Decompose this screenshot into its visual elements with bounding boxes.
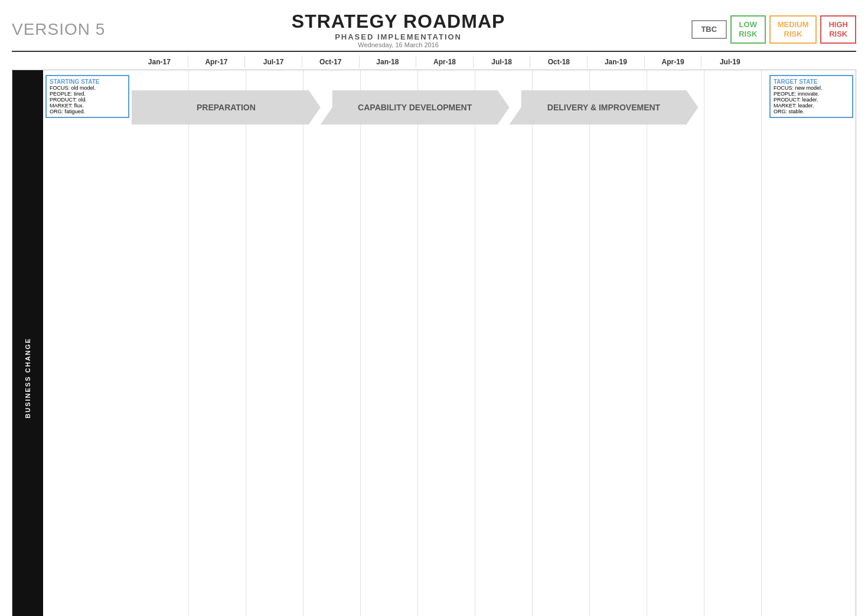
business-change-section: BUSINESS CHANGE STARTING STATE FOCUS: ol…	[12, 70, 856, 616]
risk-badge-high: HIGHRISK	[820, 15, 856, 43]
date-label: Wednesday, 16 March 2016	[292, 41, 505, 48]
biz-grid	[132, 70, 761, 616]
tl-jan19: Jan-19	[587, 55, 644, 68]
title-block: STRATEGY ROADMAP PHASED IMPLEMENTATION W…	[292, 11, 505, 48]
target-line-5: ORG: stable.	[774, 109, 849, 114]
cap-dev-chevron: CAPABILITY DEVELOPMENT	[321, 90, 510, 124]
tl-jul17: Jul-17	[244, 55, 302, 68]
sections-wrapper: BUSINESS CHANGE STARTING STATE FOCUS: ol…	[12, 70, 856, 616]
tl-apr19: Apr-19	[644, 55, 701, 68]
target-line-4: MARKET: leader.	[774, 103, 849, 109]
starting-line-3: PRODUCT: old.	[50, 97, 125, 103]
timeline-spacer	[12, 55, 131, 68]
starting-line-4: MARKET: flux.	[50, 103, 125, 109]
risk-badge-medium: MEDIUMRISK	[769, 15, 817, 43]
timeline-cols: Jan-17 Apr-17 Jul-17 Oct-17 Jan-18 Apr-1…	[131, 55, 758, 68]
notes-spacer	[758, 55, 856, 68]
prep-chevron: PREPARATION	[132, 90, 321, 124]
delivery-imp-chevron: DELIVERY & IMPROVEMENT	[510, 90, 699, 124]
tl-jan18: Jan-18	[359, 55, 416, 68]
target-line-3: PRODUCT: leader.	[774, 97, 849, 103]
timeline-header: Jan-17 Apr-17 Jul-17 Oct-17 Jan-18 Apr-1…	[12, 55, 856, 68]
risk-badge-low: LOWRISK	[730, 15, 766, 43]
tl-apr17: Apr-17	[188, 55, 245, 68]
header-divider	[12, 51, 856, 52]
biz-vert-label: BUSINESS CHANGE	[12, 70, 43, 616]
tl-jul18: Jul-18	[473, 55, 530, 68]
page: VERSION 5 STRATEGY ROADMAP PHASED IMPLEM…	[0, 0, 868, 616]
biz-target-col: TARGET STATE FOCUS: new model. PEOPLE: i…	[761, 70, 856, 616]
risk-badge-tbc: TBC	[691, 20, 727, 39]
risk-badges: TBC LOWRISK MEDIUMRISK HIGHRISK	[691, 15, 856, 43]
tl-jan17: Jan-17	[131, 55, 188, 68]
starting-state-box: STARTING STATE FOCUS: old model. PEOPLE:…	[45, 75, 129, 118]
tl-apr18: Apr-18	[416, 55, 473, 68]
tl-oct18: Oct-18	[530, 55, 587, 68]
biz-bars-area: PREPARATION CAPABILITY DEVELOPMENT DELIV…	[132, 70, 761, 616]
target-line-1: FOCUS: new model.	[774, 85, 849, 91]
tl-jul19: Jul-19	[701, 55, 758, 68]
biz-label-col: STARTING STATE FOCUS: old model. PEOPLE:…	[43, 70, 132, 616]
target-state-box: TARGET STATE FOCUS: new model. PEOPLE: i…	[769, 75, 853, 118]
header: VERSION 5 STRATEGY ROADMAP PHASED IMPLEM…	[12, 11, 856, 48]
tl-oct17: Oct-17	[302, 55, 359, 68]
version-label: VERSION 5	[12, 20, 105, 39]
target-line-2: PEOPLE: innovate.	[774, 91, 849, 97]
sub-title: PHASED IMPLEMENTATION	[292, 32, 505, 41]
starting-state-title: STARTING STATE	[50, 78, 125, 85]
starting-line-5: ORG: fatigued.	[50, 109, 125, 114]
target-state-title: TARGET STATE	[774, 78, 849, 85]
starting-line-2: PEOPLE: tired.	[50, 91, 125, 97]
biz-section-label: BUSINESS CHANGE	[12, 70, 43, 616]
starting-line-1: FOCUS: old model.	[50, 85, 125, 91]
main-title: STRATEGY ROADMAP	[292, 11, 505, 32]
